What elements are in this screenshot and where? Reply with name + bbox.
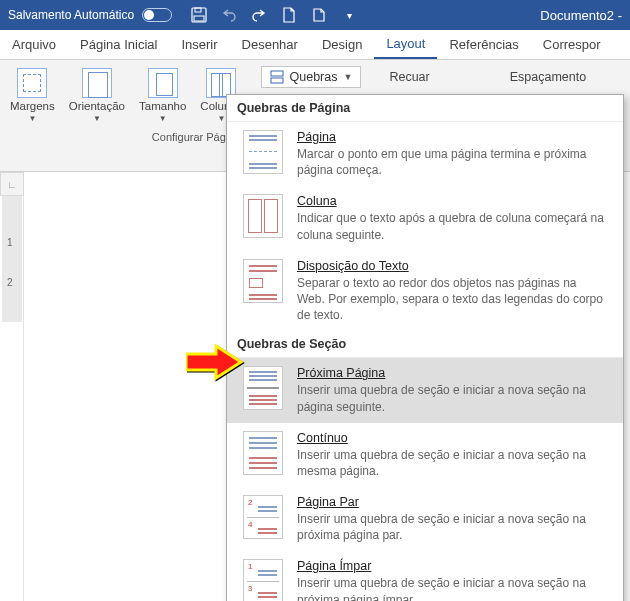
menu-item-desc: Marcar o ponto em que uma página termina… <box>297 146 607 178</box>
margins-icon <box>17 68 47 98</box>
text-wrapping-break-icon <box>243 259 283 303</box>
menu-item-coluna[interactable]: Coluna Indicar que o texto após a quebra… <box>227 186 623 250</box>
menu-item-desc: Indicar que o texto após a quebra de col… <box>297 210 607 242</box>
menu-item-desc: Inserir uma quebra de seção e iniciar a … <box>297 382 607 414</box>
orientacao-button[interactable]: Orientação ▼ <box>67 66 127 125</box>
svg-rect-3 <box>271 71 283 76</box>
tab-layout[interactable]: Layout <box>374 30 437 59</box>
quick-access-toolbar: ▾ <box>190 6 358 24</box>
menu-item-continuo[interactable]: Contínuo Inserir uma quebra de seção e i… <box>227 423 623 487</box>
menu-item-desc: Separar o texto ao redor dos objetos nas… <box>297 275 607 324</box>
chevron-down-icon: ▼ <box>343 72 352 82</box>
menu-item-desc: Inserir uma quebra de seção e iniciar a … <box>297 511 607 543</box>
page-break-icon <box>243 130 283 174</box>
orientacao-label: Orientação <box>69 100 125 112</box>
menu-item-title: Próxima Página <box>297 366 607 380</box>
menu-item-title: Disposição do Texto <box>297 259 607 273</box>
chevron-down-icon: ▼ <box>159 114 167 123</box>
svg-rect-4 <box>271 78 283 83</box>
document-title: Documento2 - <box>540 8 622 23</box>
menu-item-proxima-pagina[interactable]: Próxima Página Inserir uma quebra de seç… <box>227 358 623 422</box>
svg-rect-1 <box>195 8 201 12</box>
even-page-section-icon: 2 4 <box>243 495 283 539</box>
ruler-corner: ∟ <box>0 172 24 196</box>
column-break-icon <box>243 194 283 238</box>
menu-section-page-breaks: Quebras de Página <box>227 95 623 122</box>
undo-icon[interactable] <box>220 6 238 24</box>
quebras-label: Quebras <box>290 70 338 84</box>
tamanho-button[interactable]: Tamanho ▼ <box>137 66 188 125</box>
autosave-label: Salvamento Automático <box>8 8 134 22</box>
orientation-icon <box>82 68 112 98</box>
redo-icon[interactable] <box>250 6 268 24</box>
menu-item-pagina[interactable]: Página Marcar o ponto em que uma página … <box>227 122 623 186</box>
quebras-button[interactable]: Quebras ▼ <box>261 66 362 88</box>
tab-desenhar[interactable]: Desenhar <box>230 30 310 59</box>
menu-item-disposicao[interactable]: Disposição do Texto Separar o texto ao r… <box>227 251 623 332</box>
tab-design[interactable]: Design <box>310 30 374 59</box>
autosave-toggle[interactable] <box>142 8 172 22</box>
new-doc-icon[interactable] <box>280 6 298 24</box>
tamanho-label: Tamanho <box>139 100 186 112</box>
ruler-tick: 1 <box>7 237 13 248</box>
menu-item-title: Coluna <box>297 194 607 208</box>
vertical-ruler: 2 1 <box>0 196 24 601</box>
espacamento-label: Espaçamento <box>510 70 586 84</box>
tab-pagina-inicial[interactable]: Página Inicial <box>68 30 169 59</box>
save-icon[interactable] <box>190 6 208 24</box>
breaks-icon <box>270 70 284 84</box>
group-caption-page-setup: Configurar Página <box>8 131 245 143</box>
open-icon[interactable] <box>310 6 328 24</box>
tab-correspondencias[interactable]: Correspor <box>531 30 613 59</box>
chevron-down-icon: ▼ <box>93 114 101 123</box>
recuar-label: Recuar <box>389 70 429 84</box>
chevron-down-icon: ▼ <box>28 114 36 123</box>
next-page-section-icon <box>243 366 283 410</box>
chevron-down-icon: ▼ <box>217 114 225 123</box>
ribbon-tabs: Arquivo Página Inicial Inserir Desenhar … <box>0 30 630 60</box>
title-bar: Salvamento Automático ▾ Documento2 - <box>0 0 630 30</box>
svg-rect-2 <box>194 16 204 21</box>
odd-page-section-icon: 1 3 <box>243 559 283 601</box>
quebras-menu: Quebras de Página Página Marcar o ponto … <box>226 94 624 601</box>
tab-inserir[interactable]: Inserir <box>169 30 229 59</box>
tab-arquivo[interactable]: Arquivo <box>0 30 68 59</box>
menu-item-title: Página Ímpar <box>297 559 607 573</box>
menu-item-title: Contínuo <box>297 431 607 445</box>
group-page-setup: Margens ▼ Orientação ▼ Tamanho ▼ Colunas… <box>0 60 253 171</box>
menu-item-title: Página Par <box>297 495 607 509</box>
menu-item-pagina-impar[interactable]: 1 3 Página Ímpar Inserir uma quebra de s… <box>227 551 623 601</box>
margens-label: Margens <box>10 100 55 112</box>
ruler-tick: 2 <box>7 277 13 288</box>
menu-item-desc: Inserir uma quebra de seção e iniciar a … <box>297 447 607 479</box>
menu-item-pagina-par[interactable]: 2 4 Página Par Inserir uma quebra de seç… <box>227 487 623 551</box>
continuous-section-icon <box>243 431 283 475</box>
tab-referencias[interactable]: Referências <box>437 30 530 59</box>
size-icon <box>148 68 178 98</box>
menu-item-title: Página <box>297 130 607 144</box>
menu-section-section-breaks: Quebras de Seção <box>227 331 623 358</box>
margens-button[interactable]: Margens ▼ <box>8 66 57 125</box>
more-icon[interactable]: ▾ <box>340 6 358 24</box>
menu-item-desc: Inserir uma quebra de seção e iniciar a … <box>297 575 607 601</box>
